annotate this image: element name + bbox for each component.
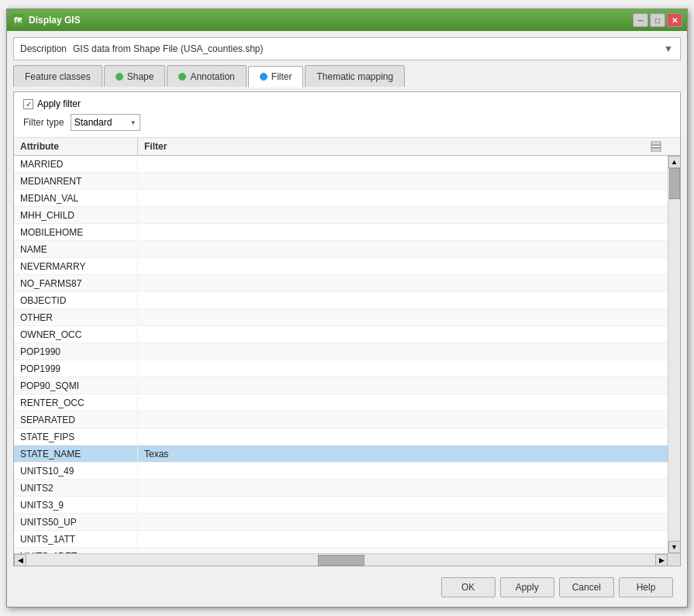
svg-rect-0: [651, 142, 661, 144]
tab-filter-label: Filter: [271, 71, 292, 82]
col-header-attribute: Attribute: [14, 138, 138, 155]
table-row[interactable]: UNITS10_49: [14, 463, 668, 480]
cell-attribute: POP1990: [14, 345, 138, 359]
apply-filter-checkbox[interactable]: [23, 99, 33, 109]
table-row[interactable]: NAME: [14, 241, 668, 258]
table-row[interactable]: UNITS50_UP: [14, 514, 668, 531]
table-row[interactable]: SEPARATED: [14, 411, 668, 428]
table-row[interactable]: MARRIED: [14, 156, 668, 173]
cell-filter: [138, 384, 668, 387]
tab-annotation-label: Annotation: [190, 71, 234, 82]
select-arrow-icon: ▼: [130, 119, 136, 126]
cell-filter: [138, 180, 668, 183]
title-bar-left: 🗺 Display GIS: [12, 14, 81, 26]
cell-filter: [138, 470, 668, 473]
table-row[interactable]: MOBILEHOME: [14, 224, 668, 241]
table-row[interactable]: POP1990: [14, 343, 668, 360]
cell-attribute: MEDIANRENT: [14, 174, 138, 188]
h-scroll-thumb[interactable]: [318, 555, 364, 566]
scroll-down-button[interactable]: ▼: [668, 541, 681, 553]
horizontal-scrollbar[interactable]: ◀ ▶: [14, 553, 680, 566]
scroll-track[interactable]: [668, 168, 681, 541]
tab-shape-dot: [116, 73, 123, 81]
vertical-scrollbar[interactable]: ▲ ▼: [668, 156, 680, 553]
table-row[interactable]: POP90_SQMI: [14, 377, 668, 394]
cell-attribute: SEPARATED: [14, 413, 138, 427]
tab-filter[interactable]: Filter: [248, 66, 304, 88]
main-panel: Apply filter Filter type Standard ▼ Attr…: [13, 91, 681, 566]
tab-feature-classes[interactable]: Feature classes: [13, 65, 102, 87]
table-row[interactable]: MEDIANRENT: [14, 173, 668, 190]
cell-attribute: STATE_NAME: [14, 447, 138, 461]
cell-filter: [138, 487, 668, 490]
description-row: Description GIS data from Shape File (US…: [13, 37, 681, 60]
window-body: Description GIS data from Shape File (US…: [7, 31, 687, 607]
bottom-bar: OK Apply Cancel Help: [13, 571, 681, 601]
tab-thematic-mapping[interactable]: Thematic mapping: [305, 65, 405, 87]
table-row[interactable]: UNITS2: [14, 480, 668, 497]
cell-attribute: MOBILEHOME: [14, 225, 138, 239]
svg-rect-1: [651, 146, 661, 148]
table-row[interactable]: STATE_NAMETexas: [14, 446, 668, 463]
apply-button[interactable]: Apply: [500, 577, 554, 597]
table-container: Attribute Filter MARRIEDMEDIANRENTMED: [14, 138, 680, 566]
cell-attribute: POP90_SQMI: [14, 379, 138, 393]
scroll-up-button[interactable]: ▲: [668, 156, 681, 168]
tab-shape[interactable]: Shape: [104, 65, 166, 87]
minimize-button[interactable]: ─: [633, 13, 648, 27]
table-scroll[interactable]: MARRIEDMEDIANRENTMEDIAN_VALMHH_CHILDMOBI…: [14, 156, 668, 553]
table-row[interactable]: MHH_CHILD: [14, 207, 668, 224]
tab-annotation[interactable]: Annotation: [167, 65, 246, 87]
table-row[interactable]: NEVERMARRY: [14, 258, 668, 275]
cell-filter: [138, 265, 668, 268]
filter-type-select[interactable]: Standard ▼: [71, 114, 140, 131]
h-scroll-track[interactable]: [26, 554, 655, 566]
maximize-button[interactable]: □: [650, 13, 665, 27]
description-expand-icon[interactable]: ▼: [663, 43, 674, 54]
cell-filter: [138, 350, 668, 353]
scroll-left-button[interactable]: ◀: [14, 554, 26, 566]
cell-attribute: NEVERMARRY: [14, 260, 138, 274]
apply-filter-label: Apply filter: [37, 98, 81, 109]
table-row[interactable]: UNITS3_9: [14, 497, 668, 514]
close-button[interactable]: ✕: [667, 13, 682, 27]
help-button[interactable]: Help: [619, 577, 673, 597]
cell-filter: [138, 282, 668, 285]
table-row[interactable]: RENTER_OCC: [14, 394, 668, 411]
cancel-button[interactable]: Cancel: [559, 577, 614, 597]
tab-thematic-mapping-label: Thematic mapping: [316, 71, 393, 82]
table-row[interactable]: MEDIAN_VAL: [14, 190, 668, 207]
ok-button[interactable]: OK: [441, 577, 495, 597]
table-row[interactable]: UNITS_1ATT: [14, 531, 668, 548]
table-row[interactable]: OWNER_OCC: [14, 326, 668, 343]
table-row[interactable]: NO_FARMS87: [14, 275, 668, 292]
scroll-right-button[interactable]: ▶: [655, 554, 668, 566]
window-title: Display GIS: [29, 15, 81, 26]
cell-filter: [138, 418, 668, 422]
cell-attribute: OTHER: [14, 311, 138, 325]
table-row[interactable]: UNITS_1DET: [14, 548, 668, 553]
cell-attribute: NAME: [14, 243, 138, 256]
tabs-row: Feature classes Shape Annotation Filter …: [13, 65, 681, 87]
filter-type-label: Filter type: [23, 117, 64, 128]
table-header: Attribute Filter: [14, 138, 680, 156]
description-label: Description: [20, 43, 67, 54]
cell-filter: [138, 504, 668, 507]
tab-shape-label: Shape: [127, 71, 154, 82]
cell-attribute: UNITS_1ATT: [14, 532, 138, 546]
table-row[interactable]: OBJECTID: [14, 292, 668, 309]
cell-attribute: OBJECTID: [14, 294, 138, 308]
cell-attribute: UNITS10_49: [14, 464, 138, 478]
description-value: GIS data from Shape File (USA_counties.s…: [73, 43, 657, 54]
tab-filter-dot: [260, 73, 268, 81]
table-row[interactable]: OTHER: [14, 309, 668, 326]
scroll-thumb[interactable]: [669, 168, 680, 199]
cell-filter: [138, 521, 668, 524]
cell-filter: [138, 299, 668, 302]
table-settings-icon[interactable]: [644, 141, 668, 152]
main-window: 🗺 Display GIS ─ □ ✕ Description GIS data…: [6, 9, 688, 607]
table-row[interactable]: POP1999: [14, 360, 668, 377]
table-row[interactable]: STATE_FIPS: [14, 428, 668, 446]
cell-filter: [138, 435, 668, 439]
col-header-filter: Filter: [138, 138, 644, 155]
